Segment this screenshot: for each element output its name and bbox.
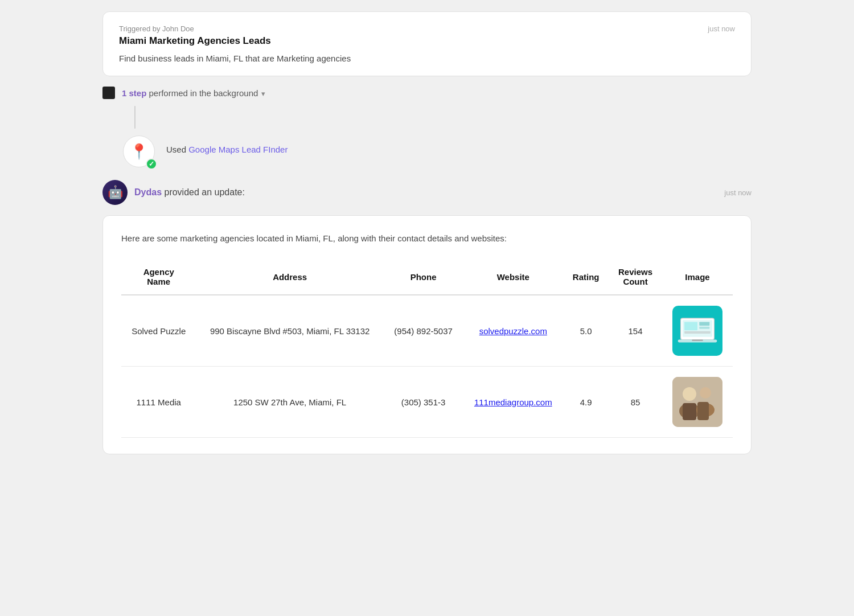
- steps-icon: [102, 87, 115, 99]
- col-header-website: Website: [463, 261, 563, 295]
- result-card: Here are some marketing agencies located…: [102, 215, 752, 454]
- website-link[interactable]: 111mediagroup.com: [474, 397, 552, 407]
- step-icon-wrapper: 📍 ✓: [123, 135, 157, 170]
- cell-rating: 5.0: [563, 295, 609, 367]
- agent-update-label: Dydas provided an update:: [134, 187, 245, 198]
- agent-avatar: 🤖: [102, 180, 128, 205]
- svg-rect-3: [684, 331, 711, 334]
- agency-image: [672, 306, 722, 356]
- task-triggered-by: Triggered by John Doe: [119, 24, 271, 33]
- main-container: Triggered by John Doe Miami Marketing Ag…: [102, 11, 752, 454]
- task-card-header: Triggered by John Doe Miami Marketing Ag…: [119, 24, 735, 47]
- svg-rect-2: [684, 322, 697, 330]
- cell-image: [662, 295, 733, 367]
- task-description: Find business leads in Miami, FL that ar…: [119, 54, 735, 63]
- table-header: AgencyName Address Phone Website Rating …: [121, 261, 733, 295]
- svg-rect-7: [692, 340, 703, 341]
- col-header-rating: Rating: [563, 261, 609, 295]
- cell-address: 1250 SW 27th Ave, Miami, FL: [196, 367, 383, 438]
- steps-suffix: performed in the background: [146, 88, 258, 98]
- step-used-prefix: Used: [166, 145, 188, 154]
- task-header-left: Triggered by John Doe Miami Marketing Ag…: [119, 24, 271, 47]
- col-header-agency-name: AgencyName: [121, 261, 196, 295]
- col-header-reviews: ReviewsCount: [609, 261, 662, 295]
- agent-timestamp: just now: [724, 188, 752, 197]
- step-text: Used Google Maps Lead FInder: [166, 135, 288, 154]
- table-row: Solved Puzzle990 Biscayne Blvd #503, Mia…: [121, 295, 733, 367]
- maps-pin-icon: 📍: [130, 143, 148, 161]
- col-header-image: Image: [662, 261, 733, 295]
- svg-rect-5: [699, 327, 709, 329]
- agent-info: 🤖 Dydas provided an update:: [102, 180, 245, 205]
- google-maps-tool-link[interactable]: Google Maps Lead FInder: [188, 145, 288, 154]
- svg-rect-8: [672, 377, 722, 427]
- result-intro: Here are some marketing agencies located…: [121, 232, 733, 245]
- cell-reviews-count: 85: [609, 367, 662, 438]
- agent-avatar-emoji: 🤖: [108, 185, 123, 200]
- table-header-row: AgencyName Address Phone Website Rating …: [121, 261, 733, 295]
- website-link[interactable]: solvedpuzzle.com: [479, 326, 547, 336]
- col-header-phone: Phone: [384, 261, 463, 295]
- cell-reviews-count: 154: [609, 295, 662, 367]
- col-header-address: Address: [196, 261, 383, 295]
- svg-point-9: [683, 387, 696, 401]
- agency-image: [672, 377, 722, 427]
- cell-agency-name: 1111 Media: [121, 367, 196, 438]
- cell-image: [662, 367, 733, 438]
- cell-phone: (954) 892-5037: [384, 295, 463, 367]
- cell-website[interactable]: solvedpuzzle.com: [463, 295, 563, 367]
- table-body: Solved Puzzle990 Biscayne Blvd #503, Mia…: [121, 295, 733, 438]
- svg-rect-13: [683, 403, 696, 420]
- svg-rect-4: [699, 322, 709, 326]
- steps-section: 1 step performed in the background ▾ 📍 ✓…: [102, 87, 752, 170]
- step-item: 📍 ✓ Used Google Maps Lead FInder: [102, 135, 752, 170]
- task-timestamp: just now: [708, 24, 735, 33]
- agent-name: Dydas: [134, 187, 162, 197]
- svg-point-10: [700, 387, 711, 399]
- svg-rect-14: [697, 402, 709, 420]
- table-row: 1111 Media1250 SW 27th Ave, Miami, FL(30…: [121, 367, 733, 438]
- steps-label: 1 step performed in the background ▾: [122, 88, 265, 98]
- step-connector-line: [134, 106, 136, 129]
- chevron-down-icon: ▾: [261, 89, 265, 98]
- step-count: 1 step: [122, 88, 146, 98]
- step-check-icon: ✓: [146, 158, 157, 170]
- cell-agency-name: Solved Puzzle: [121, 295, 196, 367]
- cell-rating: 4.9: [563, 367, 609, 438]
- steps-toggle[interactable]: 1 step performed in the background ▾: [102, 87, 752, 99]
- agent-update-text: provided an update:: [162, 187, 245, 197]
- task-title: Miami Marketing Agencies Leads: [119, 35, 271, 47]
- cell-phone: (305) 351-3: [384, 367, 463, 438]
- cell-website[interactable]: 111mediagroup.com: [463, 367, 563, 438]
- leads-table: AgencyName Address Phone Website Rating …: [121, 261, 733, 438]
- agent-update-row: 🤖 Dydas provided an update: just now: [102, 180, 752, 205]
- cell-address: 990 Biscayne Blvd #503, Miami, FL 33132: [196, 295, 383, 367]
- task-card: Triggered by John Doe Miami Marketing Ag…: [102, 11, 752, 76]
